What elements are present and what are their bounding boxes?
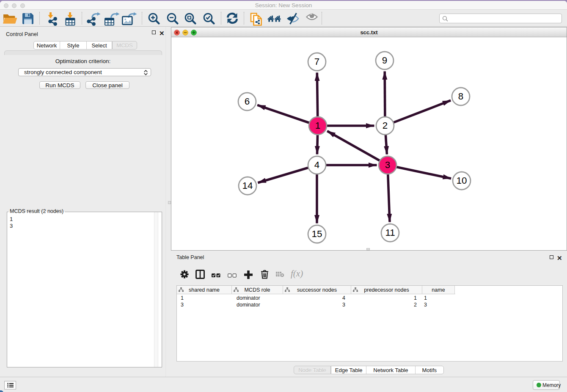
svg-text:1: 1 [315,120,320,131]
svg-text:8: 8 [458,91,463,102]
svg-text:14: 14 [242,180,253,191]
svg-text:6: 6 [245,96,250,107]
svg-text:3: 3 [385,160,390,170]
svg-text:9: 9 [382,55,387,66]
svg-text:2: 2 [383,120,388,131]
svg-text:11: 11 [385,227,395,238]
svg-text:10: 10 [457,175,467,186]
svg-text:4: 4 [314,160,319,170]
svg-text:7: 7 [314,56,319,67]
svg-text:15: 15 [312,229,322,239]
